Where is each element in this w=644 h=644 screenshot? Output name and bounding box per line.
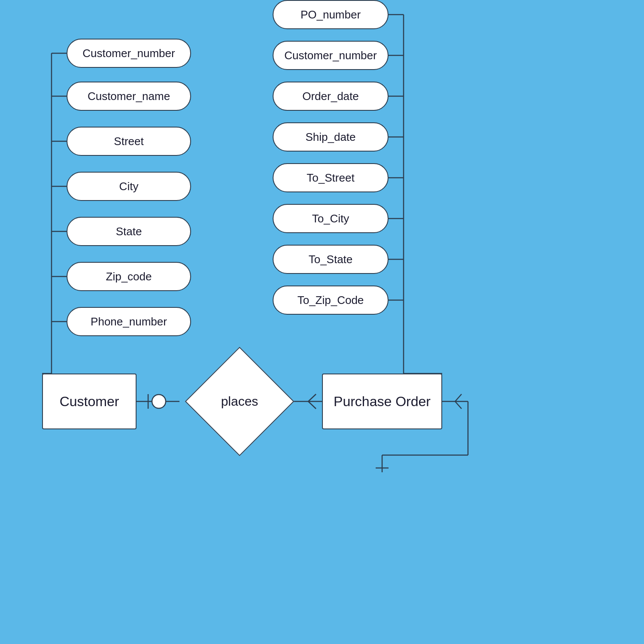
attr-city: City [67, 172, 191, 201]
svg-line-30 [455, 394, 462, 401]
attr-zip-code: Zip_code [67, 262, 191, 291]
er-diagram: Customer_number Customer_name Street Cit… [0, 0, 644, 644]
attr-customer-number-left: Customer_number [67, 39, 191, 68]
attr-customer-number-right: Customer_number [273, 41, 389, 70]
svg-line-26 [308, 401, 316, 409]
attr-customer-name: Customer_name [67, 82, 191, 111]
attr-to-street: To_Street [273, 163, 389, 192]
attr-street: Street [67, 127, 191, 156]
places-relationship-label: places [201, 363, 278, 440]
attr-to-city: To_City [273, 204, 389, 233]
svg-point-23 [152, 395, 166, 408]
attr-po-number: PO_number [273, 0, 389, 29]
customer-entity: Customer [42, 374, 137, 429]
attr-ship-date: Ship_date [273, 122, 389, 152]
svg-line-31 [455, 401, 462, 409]
attr-phone-number: Phone_number [67, 307, 191, 336]
attr-state: State [67, 217, 191, 246]
attr-to-state: To_State [273, 245, 389, 274]
attr-to-zip-code: To_Zip_Code [273, 286, 389, 315]
attr-order-date: Order_date [273, 82, 389, 111]
purchase-order-entity: Purchase Order [322, 374, 442, 429]
svg-line-25 [308, 394, 316, 401]
